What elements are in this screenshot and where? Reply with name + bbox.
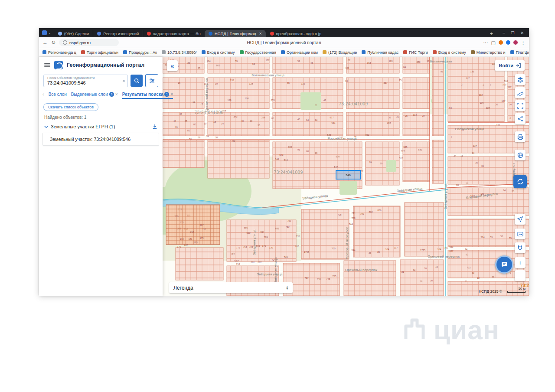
more-icon[interactable]: ⋯ xyxy=(483,40,488,46)
parcel-number: 517 xyxy=(507,86,511,88)
parcel-number: 35 xyxy=(187,62,190,64)
bookmark-item[interactable]: ГИС Торги xyxy=(403,50,428,55)
zoom-in-button[interactable]: + xyxy=(515,257,526,268)
highlighted-parcel[interactable]: 546 xyxy=(336,170,360,179)
egrn-group-row[interactable]: Земельные участки ЕГРН (1) xyxy=(39,120,163,132)
bookmark-label: Вход в систему xyxy=(207,50,235,55)
snapshot-button[interactable] xyxy=(515,229,526,239)
parcel-number: 784 xyxy=(351,212,355,214)
hamburger-menu-icon[interactable] xyxy=(44,63,50,67)
tab-search-results[interactable]: Результаты поиска 1 × xyxy=(122,92,173,99)
close-icon[interactable]: × xyxy=(115,92,118,97)
parcel-number: 6 xyxy=(483,84,484,87)
site-info-icon[interactable] xyxy=(63,40,67,45)
legend-expand-icon[interactable]: ▲▼ xyxy=(286,286,288,290)
parcel-number: 343 xyxy=(233,115,237,118)
portal-title: Геоинформационный портал xyxy=(67,62,144,68)
map-area[interactable]: 546 73:24:04100673:24:04100973:24:041009… xyxy=(163,57,529,296)
zoom-out-button[interactable]: − xyxy=(515,270,526,281)
bookmark-item[interactable]: 10.73.8.34:8080/ xyxy=(162,50,197,55)
menu-icon[interactable]: ⋮ xyxy=(521,40,526,46)
browser-tab[interactable]: НСПД | Геоинформац× xyxy=(205,30,266,37)
avatar[interactable] xyxy=(513,40,518,45)
garden-plots xyxy=(166,205,220,245)
layers-button[interactable] xyxy=(515,74,526,85)
bookmark-item[interactable]: Торги официальн xyxy=(81,50,118,55)
sidepanel-icon[interactable]: ▢ xyxy=(491,40,496,46)
result-item[interactable]: Земельный участок: 73:24:041009:546 xyxy=(42,133,159,146)
parcel-number: 187 xyxy=(184,244,188,246)
login-button[interactable]: Войти xyxy=(495,60,525,71)
chat-button[interactable] xyxy=(495,255,513,274)
bookmark-item[interactable]: Регионагенда ц xyxy=(42,50,76,55)
tab-search-chip[interactable]: ⌄ xyxy=(39,30,54,35)
maximize-button[interactable]: ❐ xyxy=(511,31,514,35)
parcel-number: 537 xyxy=(339,136,343,139)
download-objects-button[interactable]: Скачать список объектов xyxy=(43,103,98,111)
bookmark-label: Торги официальн xyxy=(87,50,118,55)
parcel-number: 24 xyxy=(413,269,415,271)
download-icon[interactable] xyxy=(152,124,157,129)
tabs-back-icon[interactable]: ‹ xyxy=(42,91,44,99)
reload-icon[interactable]: ↻ xyxy=(51,40,56,45)
active-tool-button[interactable] xyxy=(513,175,527,188)
close-icon[interactable]: × xyxy=(170,92,173,97)
parcel-number: 114 xyxy=(413,114,417,116)
locate-button[interactable] xyxy=(515,214,526,225)
parcel-number: 1775 xyxy=(420,249,425,252)
magnet-button[interactable] xyxy=(515,242,526,253)
map-canvas[interactable]: 546 73:24:04100673:24:04100973:24:041009… xyxy=(163,57,529,296)
bookmark-item[interactable]: Вход в систему xyxy=(433,50,466,55)
new-tab-button[interactable]: + xyxy=(488,30,495,37)
minimize-button[interactable]: – xyxy=(503,31,505,35)
extension-icon[interactable] xyxy=(499,40,503,45)
bookmark-item[interactable]: Государственная xyxy=(240,50,276,55)
tab-selected-layers[interactable]: Выделенные слои 3 × xyxy=(71,92,118,99)
collapse-panel-button[interactable]: « xyxy=(167,60,178,71)
extent-button[interactable] xyxy=(515,100,526,111)
parcel-number: 14 xyxy=(315,119,317,121)
parcel-number: 806 xyxy=(377,209,381,212)
tab-strip: (99+) СделкиРеестр извещенийкадастровая … xyxy=(54,28,486,37)
bookmark-item[interactable]: Публичная кадас xyxy=(362,50,398,55)
layers-icon xyxy=(517,77,523,83)
browser-tab[interactable]: кадастровая карта — Ян xyxy=(143,30,204,37)
measure-button[interactable] xyxy=(515,87,526,98)
bookmark-item[interactable]: (172) Входящие xyxy=(323,50,357,55)
parcel-number: 213 xyxy=(190,231,194,233)
parcel-number: 527 xyxy=(401,150,405,153)
parcel-number: 694 xyxy=(260,231,264,233)
parcel-number: 355 xyxy=(271,99,274,101)
parcel-number: 617 xyxy=(330,116,333,119)
search-input[interactable]: Поиск Объектов недвижимости 73:24:041009… xyxy=(43,75,128,87)
parcel-number: 104 xyxy=(385,248,389,251)
clear-search-icon[interactable]: × xyxy=(122,78,125,84)
globe-button[interactable] xyxy=(515,150,526,160)
share-button[interactable] xyxy=(515,113,526,124)
extension-icon[interactable] xyxy=(506,40,510,45)
browser-tab[interactable]: преобразовать пдф в jp xyxy=(266,30,326,37)
bookmark-item[interactable]: Организации ком xyxy=(281,50,318,55)
legend-bar[interactable]: Легенда ▲▼ xyxy=(169,282,293,293)
bookmark-item[interactable]: Вход в систему xyxy=(202,50,235,55)
print-button[interactable] xyxy=(515,131,526,142)
tab-close-icon[interactable]: × xyxy=(259,31,262,36)
browser-tab[interactable]: (99+) Сделки xyxy=(54,30,93,37)
bookmark-item[interactable]: Платформа госу xyxy=(510,50,529,55)
sidebar-panel: Геоинформационный портал Поиск Объектов … xyxy=(39,57,163,296)
tab-all-layers[interactable]: Все слои xyxy=(49,92,67,99)
search-button[interactable] xyxy=(131,75,143,87)
filter-sliders-icon xyxy=(149,78,155,84)
parcel-number: 26 xyxy=(495,103,498,106)
parcel-number: 112 xyxy=(479,94,483,96)
tab-favicon xyxy=(270,32,274,36)
bookmark-item[interactable]: Процедуры : Ак xyxy=(123,50,157,55)
tab-label: Результаты поиска xyxy=(122,92,163,97)
url-field[interactable]: nspd.gov.ru xyxy=(59,39,119,46)
close-button[interactable]: ✕ xyxy=(520,31,524,35)
bookmark-item[interactable]: Министерство и xyxy=(471,50,506,55)
back-icon[interactable]: ← xyxy=(42,40,48,45)
parcel-number: 175 xyxy=(199,237,203,239)
filter-button[interactable] xyxy=(145,74,158,87)
browser-tab[interactable]: Реестр извещений xyxy=(93,30,143,37)
